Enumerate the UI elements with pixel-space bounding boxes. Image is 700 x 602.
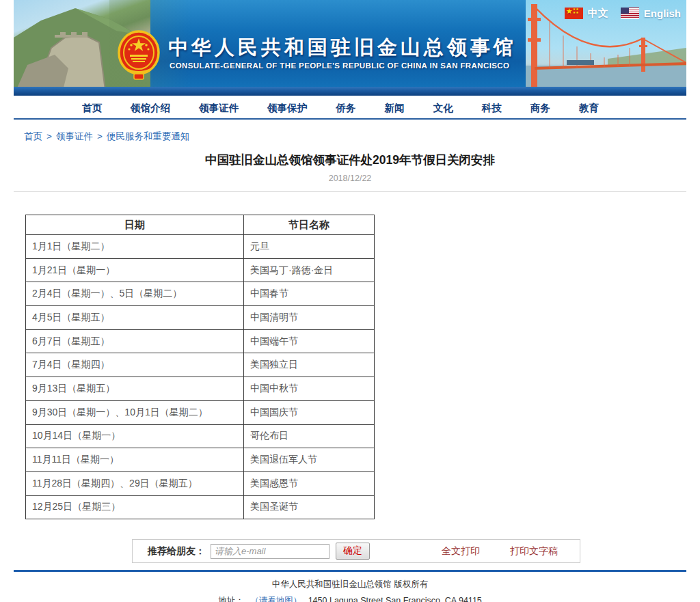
cell-holiday-name: 美国马丁·路德·金日: [244, 258, 375, 282]
lang-chinese-link[interactable]: ★ ★★★★ 中文: [565, 7, 608, 20]
address-label: 地址：: [218, 596, 244, 602]
table-row: 6月7日（星期五）中国端午节: [26, 329, 375, 353]
table-row: 4月5日（星期五）中国清明节: [26, 306, 375, 330]
table-row: 12月25日（星期三）美国圣诞节: [26, 495, 375, 519]
page: 中华人民共和国驻旧金山总领事馆 CONSULATE-GENERAL OF THE…: [14, 0, 686, 602]
cell-holiday-name: 中国中秋节: [244, 377, 375, 401]
cell-holiday-name: 中国端午节: [244, 329, 375, 353]
holiday-table: 日期节日名称 1月1日（星期二）元旦1月21日（星期一）美国马丁·路德·金日2月…: [25, 215, 375, 519]
breadcrumb-item-2[interactable]: 便民服务和重要通知: [107, 131, 190, 141]
site-header: 中华人民共和国驻旧金山总领事馆 CONSULATE-GENERAL OF THE…: [14, 0, 686, 96]
cell-date: 1月21日（星期一）: [26, 258, 244, 282]
holiday-table-header-row: 日期节日名称: [26, 215, 375, 235]
table-row: 11月11日（星期一）美国退伍军人节: [26, 448, 375, 472]
cell-holiday-name: 元旦: [244, 235, 375, 259]
table-header-1: 节日名称: [244, 215, 375, 235]
main-nav: 首页领馆介绍领事证件领事保护侨务新闻文化科技商务教育: [14, 96, 686, 120]
nav-item-8[interactable]: 商务: [530, 102, 550, 115]
nav-item-2[interactable]: 领事证件: [199, 102, 239, 115]
map-link[interactable]: （请看地图）: [250, 596, 301, 602]
cell-holiday-name: 美国圣诞节: [244, 495, 375, 519]
cell-date: 1月1日（星期二）: [26, 235, 244, 259]
cell-holiday-name: 哥伦布日: [244, 424, 375, 448]
nav-item-9[interactable]: 教育: [579, 102, 599, 115]
table-row: 7月4日（星期四）美国独立日: [26, 353, 375, 377]
table-row: 2月4日（星期一）、5日（星期二）中国春节: [26, 282, 375, 306]
cell-date: 12月25日（星期三）: [26, 495, 244, 519]
site-title-english: CONSULATE-GENERAL OF THE PEOPLE'S REPUBL…: [170, 61, 509, 70]
address-text: 1450 Laguna Street,San Francisco, CA 941…: [308, 596, 482, 602]
cell-date: 11月11日（星期一）: [26, 448, 244, 472]
lang-english-label: English: [644, 8, 681, 19]
print-links: 全文打印 打印文字稿: [442, 545, 558, 558]
nav-item-0[interactable]: 首页: [82, 102, 102, 115]
cell-holiday-name: 美国感恩节: [244, 471, 375, 495]
cell-date: 9月30日（星期一）、10月1日（星期二）: [26, 400, 244, 424]
cell-date: 10月14日（星期一）: [26, 424, 244, 448]
table-row: 1月21日（星期一）美国马丁·路德·金日: [26, 258, 375, 282]
cell-holiday-name: 中国清明节: [244, 306, 375, 330]
table-row: 11月28日（星期四）、29日（星期五）美国感恩节: [26, 471, 375, 495]
header-bottom-strip: [14, 87, 686, 96]
cell-date: 11月28日（星期四）、29日（星期五）: [26, 471, 244, 495]
nav-item-4[interactable]: 侨务: [336, 102, 355, 115]
cell-holiday-name: 美国独立日: [244, 353, 375, 377]
share-label: 推荐给朋友：: [148, 545, 205, 558]
print-text-link[interactable]: 打印文字稿: [510, 545, 558, 558]
table-row: 10月14日（星期一）哥伦布日: [26, 424, 375, 448]
nav-item-6[interactable]: 文化: [433, 102, 453, 115]
nav-item-1[interactable]: 领馆介绍: [131, 102, 170, 115]
nav-item-7[interactable]: 科技: [482, 102, 502, 115]
national-emblem-icon: [118, 30, 160, 83]
print-full-link[interactable]: 全文打印: [442, 545, 480, 558]
cell-holiday-name: 美国退伍军人节: [244, 448, 375, 472]
breadcrumb-item-1[interactable]: 领事证件: [56, 131, 93, 141]
cell-date: 6月7日（星期五）: [26, 329, 244, 353]
holiday-table-body: 1月1日（星期二）元旦1月21日（星期一）美国马丁·路德·金日2月4日（星期一）…: [26, 235, 375, 519]
cell-date: 7月4日（星期四）: [26, 353, 244, 377]
cell-holiday-name: 中国春节: [244, 282, 375, 306]
cell-date: 9月13日（星期五）: [26, 377, 244, 401]
china-flag-icon: ★ ★★★★: [565, 8, 583, 19]
breadcrumb-item-0[interactable]: 首页: [24, 131, 42, 141]
submit-button[interactable]: 确定: [336, 543, 370, 560]
table-row: 9月13日（星期五）中国中秋节: [26, 377, 375, 401]
nav-item-5[interactable]: 新闻: [385, 102, 405, 115]
language-bar: ★ ★★★★ 中文 English: [565, 7, 681, 20]
main-nav-list: 首页领馆介绍领事证件领事保护侨务新闻文化科技商务教育: [14, 96, 686, 115]
divider: [14, 191, 686, 192]
nav-item-3[interactable]: 领事保护: [267, 102, 307, 115]
lang-chinese-label: 中文: [588, 7, 608, 20]
site-title-chinese: 中华人民共和国驻旧金山总领事馆: [168, 34, 537, 61]
email-input[interactable]: [211, 544, 329, 559]
breadcrumb-separator: >: [97, 131, 103, 141]
share-box: 推荐给朋友： 确定 全文打印 打印文字稿: [132, 539, 580, 563]
page-title: 中国驻旧金山总领馆领事证件处2019年节假日关闭安排: [14, 152, 686, 168]
breadcrumb: 首页>领事证件>便民服务和重要通知: [14, 120, 686, 143]
table-row: 1月1日（星期二）元旦: [26, 235, 375, 259]
cell-date: 2月4日（星期一）、5日（星期二）: [26, 282, 244, 306]
site-footer: 中华人民共和国驻旧金山总领馆 版权所有 地址： （请看地图） 1450 Lagu…: [14, 570, 686, 602]
copyright-text: 中华人民共和国驻旧金山总领馆 版权所有: [14, 579, 686, 590]
article-date: 2018/12/22: [14, 174, 686, 183]
cell-date: 4月5日（星期五）: [26, 306, 244, 330]
cell-holiday-name: 中国国庆节: [244, 400, 375, 424]
address-line: 地址： （请看地图） 1450 Laguna Street,San Franci…: [14, 595, 686, 602]
table-header-0: 日期: [26, 215, 244, 235]
us-flag-icon: [621, 8, 639, 19]
table-row: 9月30日（星期一）、10月1日（星期二）中国国庆节: [26, 400, 375, 424]
breadcrumb-separator: >: [46, 131, 52, 141]
lang-english-link[interactable]: English: [621, 8, 681, 19]
